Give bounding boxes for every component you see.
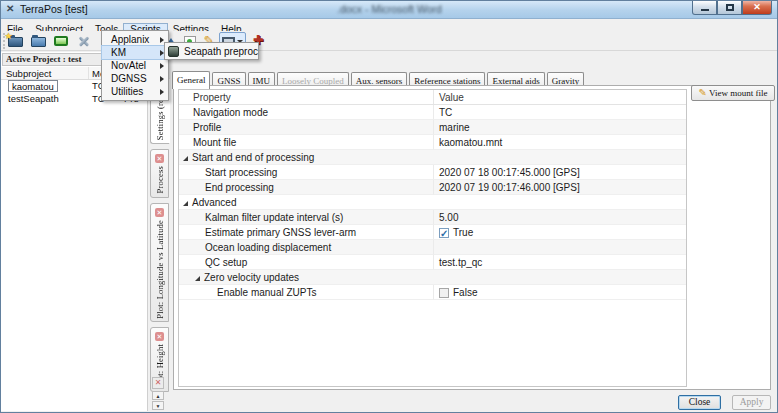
monitor-icon <box>54 36 68 46</box>
property-value-cell[interactable]: kaomatou.mnt <box>434 135 686 150</box>
menu-item-seapath-preproc[interactable]: Seapath preproc <box>184 46 258 57</box>
property-value-cell[interactable]: True <box>434 225 686 240</box>
property-value-cell[interactable]: marine <box>434 120 686 135</box>
property-row[interactable]: Kalman filter update interval (s)5.00 <box>179 210 686 225</box>
side-tab-process[interactable]: ✕Process <box>150 149 169 197</box>
submenu-arrow-icon <box>160 76 164 82</box>
property-row[interactable]: Estimate primary GNSS lever-armTrue <box>179 225 686 240</box>
property-row[interactable]: Mount filekaomatou.mnt <box>179 135 686 150</box>
property-value-cell[interactable]: 2020 07 18 00:17:45.000 [GPS] <box>434 165 686 180</box>
side-tab-strip: Settings (read-o✕Process✕Plot: Longitude… <box>149 52 170 411</box>
submenu-arrow-icon <box>160 63 164 69</box>
window-title: TerraPos [test] <box>20 3 88 15</box>
tab-general[interactable]: General <box>172 71 210 89</box>
property-row[interactable]: Advanced <box>179 195 686 210</box>
subproject-name-cell: testSeapath <box>1 93 89 106</box>
property-name-cell: Enable manual ZUPTs <box>179 285 434 300</box>
strip-scroll-down-icon[interactable]: ▼ <box>152 401 164 410</box>
strip-scroll-up-icon[interactable]: ▲ <box>152 391 164 400</box>
expander-icon[interactable] <box>195 276 200 281</box>
property-row[interactable]: Start processing2020 07 18 00:17:45.000 … <box>179 165 686 180</box>
strip-close-button[interactable]: ✕ <box>152 377 164 389</box>
tab-close-icon[interactable]: ✕ <box>155 332 164 341</box>
side-tab-plot-longitude-vs-latitude[interactable]: ✕Plot: Longitude vs Latitude <box>150 203 169 323</box>
property-value-cell[interactable]: TC <box>434 105 686 120</box>
menu-item-km[interactable]: KM <box>102 46 168 59</box>
view-mount-file-icon: ✎ <box>699 87 707 98</box>
property-value-cell[interactable]: 5.00 <box>434 210 686 225</box>
property-grid: Property Value Navigation modeTCProfilem… <box>178 89 687 387</box>
open-project-button[interactable] <box>28 32 48 50</box>
property-row[interactable]: Navigation modeTC <box>179 105 686 120</box>
property-name-cell: Start and end of processing <box>179 150 686 165</box>
expander-icon[interactable] <box>183 201 188 206</box>
tools-button[interactable] <box>74 32 94 50</box>
subproject-name-cell: kaomatou <box>1 80 89 93</box>
scripts-menu: ApplanixKMNovAtelDGNSSUtilities <box>101 30 169 101</box>
monitor-button[interactable] <box>51 32 71 50</box>
app-logo-icon: ✕ <box>6 3 14 14</box>
property-name-cell: Start processing <box>179 165 434 180</box>
menu-item-dgnss[interactable]: DGNSS <box>102 72 168 85</box>
maximize-button[interactable] <box>717 1 742 15</box>
property-value-cell[interactable]: test.tp_qc <box>434 255 686 270</box>
submenu-arrow-icon <box>160 89 164 95</box>
property-row[interactable]: Profilemarine <box>179 120 686 135</box>
settings-tab-bar: GeneralGNSSIMULoosely CoupledAux. sensor… <box>172 69 586 86</box>
property-name-cell: Zero velocity updates <box>179 270 686 285</box>
property-name-cell: Advanced <box>179 195 686 210</box>
menu-item-utilities[interactable]: Utilities <box>102 85 168 98</box>
apply-button[interactable]: Apply <box>732 395 771 410</box>
property-row[interactable]: Zero velocity updates <box>179 270 686 285</box>
minimize-button[interactable] <box>692 1 717 15</box>
property-value-cell[interactable]: False <box>434 285 686 300</box>
property-name-cell: Ocean loading displacement <box>179 240 434 255</box>
titlebar: ✕ TerraPos [test] .docx - Microsoft Word… <box>1 1 777 19</box>
property-name-cell: Navigation mode <box>179 105 434 120</box>
property-name-cell: End processing <box>179 180 434 195</box>
property-name-cell: Kalman filter update interval (s) <box>179 210 434 225</box>
property-row[interactable]: Enable manual ZUPTsFalse <box>179 285 686 300</box>
tab-close-icon[interactable]: ✕ <box>155 154 164 163</box>
side-tab-label: Plot: Longitude vs Latitude <box>155 220 165 319</box>
app-window: ✕ TerraPos [test] .docx - Microsoft Word… <box>0 0 778 413</box>
property-value-cell[interactable] <box>434 240 686 255</box>
side-tab-label: Process <box>155 166 165 193</box>
subproject-name-editbox[interactable]: kaomatou <box>8 80 58 92</box>
checkbox-checked-icon[interactable] <box>439 228 449 238</box>
checkbox-unchecked-icon[interactable] <box>439 288 449 298</box>
tab-close-icon[interactable]: ✕ <box>155 208 164 217</box>
km-submenu: Seapath preproc <box>164 42 259 60</box>
new-project-icon: ★ <box>8 37 23 47</box>
property-name-cell: QC setup <box>179 255 434 270</box>
property-name-cell: Profile <box>179 120 434 135</box>
property-row[interactable]: End processing2020 07 19 00:17:46.000 [G… <box>179 180 686 195</box>
menu-item-novatel[interactable]: NovAtel <box>102 59 168 72</box>
close-window-button[interactable]: ✕ <box>742 1 772 15</box>
property-row[interactable]: Ocean loading displacement <box>179 240 686 255</box>
close-button[interactable]: Close <box>678 395 721 410</box>
property-name-cell: Estimate primary GNSS lever-arm <box>179 225 434 240</box>
value-column-header[interactable]: Value <box>434 90 686 104</box>
property-grid-header: Property Value <box>179 90 686 105</box>
view-mount-file-button[interactable]: ✎View mount file <box>691 85 775 101</box>
new-project-button[interactable]: ★ <box>5 32 25 50</box>
property-value-cell[interactable]: 2020 07 19 00:17:46.000 [GPS] <box>434 180 686 195</box>
seapath-preproc-icon <box>168 46 179 57</box>
property-row[interactable]: QC setuptest.tp_qc <box>179 255 686 270</box>
background-window-title: .docx - Microsoft Word <box>337 3 442 15</box>
tools-icon <box>76 33 92 49</box>
general-tab-panel: Property Value Navigation modeTCProfilem… <box>173 85 771 390</box>
open-project-icon <box>31 37 46 47</box>
menu-item-applanix[interactable]: Applanix <box>102 33 168 46</box>
settings-area: GeneralGNSSIMULoosely CoupledAux. sensor… <box>170 52 776 411</box>
property-name-cell: Mount file <box>179 135 434 150</box>
property-column-header[interactable]: Property <box>179 90 434 104</box>
property-row[interactable]: Start and end of processing <box>179 150 686 165</box>
subproject-panel: Active Project : test Subproject Mode St… <box>1 52 148 411</box>
expander-icon[interactable] <box>183 156 188 161</box>
column-header-subproject[interactable]: Subproject <box>1 67 89 79</box>
